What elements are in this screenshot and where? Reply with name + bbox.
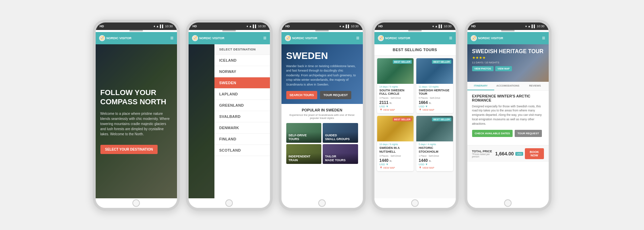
tour-card-1[interactable]: BEST SELLER 14 days / 9 nights SOUTH SWE… [377,58,414,113]
compass-icon-5: 🧭 [471,35,477,41]
tour-tile-train[interactable]: INDEPENDENTTRAIN [286,144,322,164]
tour-tile-selfdrive[interactable]: SELF-DRIVETOURS [286,123,322,143]
select-destination-button[interactable]: SELECT YOUR DESTINATION [100,145,158,154]
tour-route-2: 5 Places · Self-Drive [419,97,451,99]
tour-card-2[interactable]: BEST SELLER 11 days / 10 nights SWEDISH … [416,58,453,113]
logo-1: 🧭 NORDIC VISITOR [99,35,132,41]
menu-item-svalbard[interactable]: SVALBARD [214,111,270,122]
detail-action-buttons: CHECK AVAILABLE DATES TOUR REQUEST [472,130,544,137]
tour-route-4: 1 Place · Self-Drive [419,155,451,157]
tour-card-img-2: BEST SELLER [416,58,453,84]
hero-screen: FOLLOW YOUR COMPASS NORTH Welcome to a p… [96,44,177,198]
phone-body-4: 🧭 NORDIC VISITOR ≡ BEST SELLING TOURS BE… [374,32,456,198]
logo-text-5: NORDIC VISITOR [478,36,503,40]
navbar-2: 🧭 NORDIC VISITOR ≡ [189,32,270,44]
check-dates-button[interactable]: CHECK AVAILABLE DATES [472,130,513,137]
detail-stars: ★★★★ [472,56,544,60]
status-icons-4: ♦ ▲ ▌▌ 10:30 [432,25,451,28]
menu-item-greenland[interactable]: GREENLAND [214,100,270,111]
view-map-1[interactable]: 📍 VIEW MAP [380,109,412,111]
hamburger-icon-2[interactable]: ≡ [263,35,266,41]
logo-3: 🧭 NORDIC VISITOR [285,35,318,41]
tour-tile-label-3: INDEPENDENTTRAIN [286,153,322,164]
menu-panel: SELECT DESTINATION ICELAND NORWAY SWEDEN… [214,44,270,198]
status-bar-2: HD ♦ ▲ ▌▌ 10:30 [189,22,270,30]
detail-days: 11 DAYS / 10 NIGHTS [472,61,544,64]
total-price-label: TOTAL PRICE [472,150,495,153]
tour-tile-tailor[interactable]: TAILORMADE TOURS [323,144,358,164]
view-map-2[interactable]: 📍 VIEW MAP [419,109,451,111]
menu-item-denmark[interactable]: DENMARK [214,122,270,134]
tour-card-info-1: 14 days / 9 nights SOUTH SWEDEN FULL CIR… [377,84,414,113]
hamburger-icon-1[interactable]: ≡ [170,35,173,41]
hamburger-icon-4[interactable]: ≡ [449,35,452,41]
popular-title: POPULAR IN SWEDEN [286,108,358,112]
tab-itinerary[interactable]: ITINERARY [467,82,495,90]
tab-accommodations[interactable]: ACCOMODATIONS [494,82,521,90]
home-button-2[interactable] [225,199,233,207]
tour-card-info-4: 5 days / 4 nights HISTORIC STOCKHOLM 1 P… [416,141,453,171]
speaker-3 [315,30,329,31]
status-icons-1: ♦ ▲ ▌▌ 10:30 [154,25,173,28]
badge-3: BEST SELLER [393,118,412,121]
popular-section: POPULAR IN SWEDEN Experience the jewel o… [281,104,363,168]
tour-currency-3: USD ▼ [380,163,412,166]
menu-header: SELECT DESTINATION [214,44,270,55]
tab-reviews[interactable]: REVIEWS [521,82,549,90]
tour-currency-4: USD ▼ [419,163,451,166]
compass-icon-4: 🧭 [378,35,384,41]
tour-request-button[interactable]: TOUR REQUEST [320,91,351,99]
speaker-1 [129,30,143,31]
tour-cards-grid: BEST SELLER 14 days / 9 nights SOUTH SWE… [374,56,456,174]
price-amount: 1,664.00 [495,151,514,156]
tour-card-4[interactable]: BEST SELLER 5 days / 4 nights HISTORIC S… [416,116,453,171]
menu-item-scotland[interactable]: SCOTLAND [214,145,270,156]
view-map-4[interactable]: 📍 VIEW MAP [419,167,451,169]
navbar-1: 🧭 NORDIC VISITOR ≡ [96,32,177,44]
sweden-desc: Wander back in time on twisting cobblest… [286,64,358,87]
status-bar-4: HD ♦ ▲ ▌▌ 10:30 [374,22,456,30]
phone-4: HD ♦ ▲ ▌▌ 10:30 🧭 NORDIC VISITOR ≡ BEST … [372,20,458,211]
model-label-3: HD [286,25,290,28]
phone-2: HD ♦ ▲ ▌▌ 10:30 🧭 NORDIC VISITOR ≡ SELEC… [186,20,273,211]
tour-price-2: 1664 fr. [419,100,451,105]
book-now-button[interactable]: BOOK NOW [525,148,544,159]
menu-item-lapland[interactable]: LAPLAND [214,89,270,100]
view-photos-button[interactable]: VIEW PHOTOS [472,66,494,71]
compass-icon-3: 🧭 [285,35,291,41]
total-price-sub: *Prices listed per person [472,153,495,158]
tour-card-3[interactable]: BEST SELLER 10 days / 9 nights SWEDEN IN… [377,116,414,171]
view-map-3[interactable]: 📍 VIEW MAP [380,167,412,169]
search-tours-button[interactable]: SEARCH TOURS [286,91,318,99]
menu-item-iceland[interactable]: ICELAND [214,55,270,66]
menu-item-sweden[interactable]: SWEDEN [214,77,270,89]
phone-body-3: 🧭 NORDIC VISITOR ≡ SWEDEN Wander back in… [281,32,363,198]
home-button-5[interactable] [504,199,512,207]
detail-screen: SWEDISH HERITAGE TOUR ★★★★ 11 DAYS / 10 … [467,44,549,198]
logo-4: 🧭 NORDIC VISITOR [378,35,410,41]
tour-request-detail-button[interactable]: TOUR REQUEST [515,130,542,137]
usd-badge: USD [515,152,523,156]
tour-days-4: 5 days / 4 nights [419,143,451,145]
status-bar-1: HD ♦ ▲ ▌▌ 10:30 [96,22,177,30]
tour-name-1: SOUTH SWEDEN FULL CIRCLE [380,89,412,96]
menu-item-norway[interactable]: NORWAY [214,66,270,77]
bottom-bar-4 [374,198,456,208]
badge-2: BEST SELLER [432,60,451,64]
view-map-button[interactable]: VIEW MAP [495,66,512,71]
home-button-3[interactable] [318,199,326,207]
home-button-4[interactable] [411,199,419,207]
tour-card-img-3: BEST SELLER [377,116,414,141]
menu-screen: SELECT DESTINATION ICELAND NORWAY SWEDEN… [189,44,270,198]
tour-tile-guidedgroups[interactable]: GUIDEDSMALL GROUPS [323,123,358,143]
badge-4: BEST SELLER [432,118,451,121]
tour-currency-2: USD ▼ [419,105,451,108]
hero-title: FOLLOW YOUR COMPASS NORTH [100,88,172,106]
tour-route-3: 3 Places · Self-Drive [380,155,412,157]
menu-item-finland[interactable]: FINLAND [214,134,270,145]
hero-text: Welcome to a place where pristine nature… [100,111,172,137]
home-button-1[interactable] [132,199,140,207]
detail-hero: SWEDISH HERITAGE TOUR ★★★★ 11 DAYS / 10 … [467,44,549,82]
hamburger-icon-5[interactable]: ≡ [542,35,545,41]
hamburger-icon-3[interactable]: ≡ [356,35,359,41]
